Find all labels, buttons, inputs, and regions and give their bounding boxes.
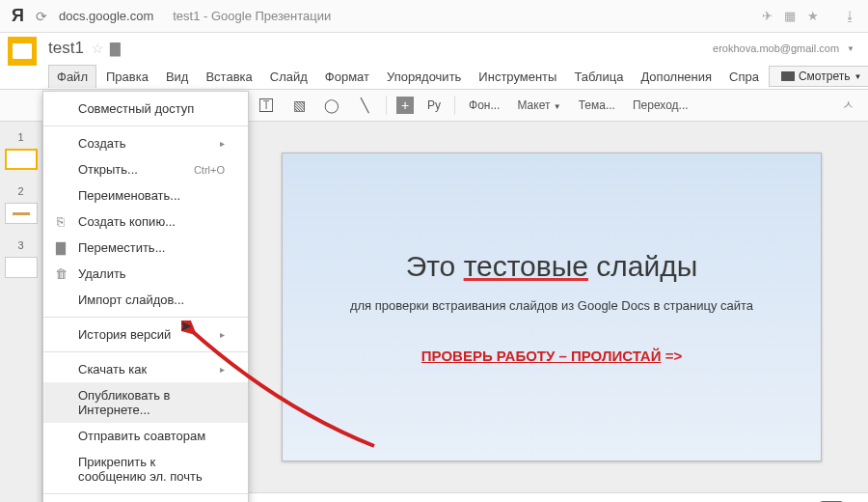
present-button[interactable]: Смотреть ▼ [769, 66, 868, 87]
shape-icon[interactable]: ◯ [320, 94, 343, 117]
star-icon[interactable]: ★ [807, 9, 819, 23]
document-title[interactable]: test1 [48, 39, 84, 58]
menu-help[interactable]: Спра [721, 66, 767, 88]
menu-send-coauthors[interactable]: Отправить соавторам [43, 423, 248, 449]
menu-share[interactable]: Совместный доступ [43, 96, 248, 122]
menu-format[interactable]: Формат [317, 66, 377, 88]
chevron-right-icon: ▸ [220, 329, 225, 340]
menu-history[interactable]: История версий▸ [43, 321, 248, 348]
menu-arrange[interactable]: Упорядочить [379, 66, 469, 88]
separator [43, 493, 248, 494]
tool-lang[interactable]: Ру [423, 98, 445, 112]
slide-thumb-2[interactable] [5, 203, 38, 224]
add-slide-icon[interactable]: + [396, 97, 414, 114]
menu-delete[interactable]: 🗑Удалить [43, 261, 248, 287]
slide-subtitle: для проверки встраивания слайдов из Goog… [350, 298, 753, 313]
user-email[interactable]: erokhova.mob@gmail.com [713, 42, 839, 54]
slide-canvas[interactable]: Это тестовые слайды для проверки встраив… [282, 153, 822, 461]
menu-edit[interactable]: Правка [98, 66, 156, 88]
slide-title: Это тестовые слайды [406, 250, 698, 283]
present-icon [781, 71, 795, 81]
copy-icon: ⎘ [53, 214, 68, 229]
chevron-down-icon[interactable]: ▼ [847, 44, 854, 53]
slide-panel: 1 2 3 [0, 122, 42, 502]
image-icon[interactable]: ▧ [287, 94, 311, 117]
slide-number: 1 [0, 127, 41, 147]
menu-tools[interactable]: Инструменты [471, 66, 564, 88]
chevron-right-icon: ▸ [220, 364, 225, 375]
tool-transition[interactable]: Переход... [629, 98, 692, 112]
menu-rename[interactable]: Переименовать... [43, 182, 248, 209]
menu-create[interactable]: Создать▸ [43, 130, 248, 156]
browser-bar: Я ⟳ docs.google.com test1 - Google Презе… [0, 0, 868, 33]
tool-background[interactable]: Фон... [465, 98, 503, 112]
separator [386, 96, 387, 115]
slides-app-logo[interactable] [8, 37, 37, 66]
menu-move[interactable]: ▇Переместить... [43, 235, 248, 261]
trash-icon: 🗑 [53, 266, 68, 281]
textbox-icon[interactable]: 🅃 [255, 94, 278, 117]
slide-number: 2 [0, 181, 41, 201]
bookmark-box-icon[interactable]: ▦ [784, 9, 796, 23]
collapse-toolbar-icon[interactable]: ㅅ [842, 97, 854, 114]
slide-number: 3 [0, 236, 41, 255]
slide-thumb-1[interactable] [5, 149, 38, 170]
slide-cta: ПРОВЕРЬ РАБОТУ – ПРОЛИСТАЙ => [421, 348, 682, 364]
menu-table[interactable]: Таблица [566, 66, 631, 88]
separator [43, 317, 248, 318]
menu-slide[interactable]: Слайд [262, 66, 315, 88]
menu-download[interactable]: Скачать как▸ [43, 356, 248, 382]
file-menu-dropdown: Совместный доступ Создать▸ Открыть...Ctr… [42, 91, 249, 502]
browser-actions: ✈ ▦ ★ ⭳ [762, 9, 856, 23]
doc-header: test1 ☆ ▇ erokhova.mob@gmail.com ▼ [0, 33, 868, 64]
menu-open[interactable]: Открыть...Ctrl+O [43, 156, 248, 182]
menu-import[interactable]: Импорт слайдов... [43, 287, 248, 313]
page-title-browser: test1 - Google Презентации [173, 9, 331, 23]
menu-addons[interactable]: Дополнения [633, 66, 719, 88]
separator [454, 96, 455, 115]
menu-insert[interactable]: Вставка [198, 66, 259, 88]
menu-docinfo[interactable]: Информация о документе [43, 498, 248, 502]
folder-icon[interactable]: ▇ [110, 41, 121, 56]
slide-thumb-3[interactable] [5, 257, 38, 278]
menu-publish-web[interactable]: Опубликовать в Интернете... [43, 382, 248, 423]
download-icon[interactable]: ⭳ [844, 9, 856, 23]
star-doc-icon[interactable]: ☆ [92, 41, 104, 56]
reload-icon[interactable]: ⟳ [36, 9, 47, 24]
menu-makecopy[interactable]: ⎘Создать копию... [43, 209, 248, 235]
tool-theme[interactable]: Тема... [575, 98, 619, 112]
menu-attach-email[interactable]: Прикрепить к сообщению эл. почть [43, 449, 248, 489]
menu-view[interactable]: Вид [158, 66, 197, 88]
menu-file[interactable]: Файл [48, 65, 96, 88]
url-host: docs.google.com [59, 9, 153, 23]
send-icon[interactable]: ✈ [762, 9, 773, 23]
line-icon[interactable]: ╲ [353, 94, 376, 117]
separator [43, 126, 248, 126]
chevron-right-icon: ▸ [220, 138, 225, 149]
browser-logo[interactable]: Я [12, 6, 24, 26]
menubar: Файл Правка Вид Вставка Слайд Формат Упо… [0, 64, 868, 89]
tool-layout[interactable]: Макет ▼ [513, 98, 564, 112]
chevron-down-icon: ▼ [854, 72, 861, 81]
folder-icon: ▇ [53, 240, 68, 255]
separator [43, 351, 248, 352]
